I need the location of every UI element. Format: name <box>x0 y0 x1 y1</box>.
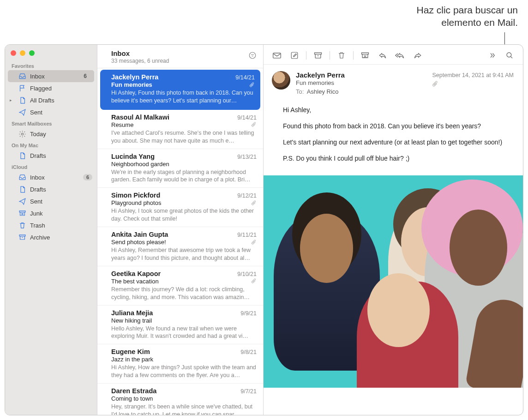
search-button[interactable] <box>502 49 517 61</box>
message-row[interactable]: Lucinda Yang9/13/21Neighborhood gardenWe… <box>97 149 263 188</box>
sidebar-item-label: Flagged <box>30 85 52 92</box>
message-body: Hi Ashley,Found this photo from back in … <box>264 97 523 172</box>
message-header: Jackelyn Perra Fun memories To: Ashley R… <box>264 65 523 97</box>
body-paragraph: Hi Ashley, <box>283 105 512 115</box>
reply-button[interactable] <box>375 49 390 61</box>
delete-button[interactable] <box>334 49 349 61</box>
send-icon <box>18 197 26 205</box>
header-date: September 14, 2021 at 9:41 AM <box>432 72 514 78</box>
message-sender: Geetika Kapoor <box>111 270 161 277</box>
archive-button[interactable] <box>310 49 326 61</box>
doc-icon <box>18 151 26 160</box>
message-subject: Playground photos <box>111 199 161 206</box>
message-sender: Juliana Mejia <box>111 309 153 317</box>
mail-window: FavoritesInbox6Flagged▸All DraftsSentSma… <box>5 44 523 415</box>
gear-icon <box>18 130 26 138</box>
count-badge: 6 <box>84 73 90 79</box>
body-paragraph: Let's start planning our next adventure … <box>283 138 512 147</box>
sidebar-item-trash[interactable]: Trash <box>5 219 97 231</box>
message-sender: Daren Estrada <box>111 387 156 395</box>
message-row[interactable]: Rasoul Al Malkawi9/14/21ResumeI've attac… <box>97 110 263 149</box>
junk-button[interactable] <box>357 49 373 61</box>
toolbar-separator <box>306 51 306 60</box>
message-row[interactable]: Simon Pickford9/12/21Playground photosHi… <box>97 188 263 227</box>
message-preview: Hi Ashley, Remember that awesome trip we… <box>111 246 257 262</box>
doc-icon <box>18 96 26 104</box>
message-row[interactable]: Geetika Kapoor9/10/21The best vacationRe… <box>97 266 263 306</box>
sidebar-item-label: Drafts <box>30 186 46 193</box>
sidebar-item-label: Today <box>30 131 46 138</box>
sidebar-item-label: Junk <box>30 210 42 217</box>
message-subject: New hiking trail <box>111 317 152 324</box>
message-date: 9/9/21 <box>240 310 257 317</box>
sidebar-item-inbox[interactable]: Inbox6 <box>5 171 97 183</box>
header-to: To: Ashley Rico <box>296 88 426 95</box>
sidebar-item-drafts[interactable]: Drafts <box>5 183 97 195</box>
message-row[interactable]: Ankita Jain Gupta9/11/21Send photos plea… <box>97 227 263 266</box>
message-row[interactable]: Juliana Mejia9/9/21New hiking trailHello… <box>97 306 263 345</box>
callout-line1: Haz clic para buscar un <box>333 4 518 16</box>
reply-all-button[interactable] <box>392 49 408 61</box>
message-date: 9/14/21 <box>237 114 257 121</box>
attached-photo[interactable] <box>264 175 523 388</box>
sidebar-item-inbox[interactable]: Inbox6 <box>8 70 94 82</box>
minimize-window-button[interactable] <box>20 50 25 56</box>
to-name: Ashley Rico <box>307 88 339 95</box>
compose-button[interactable] <box>287 49 302 61</box>
sidebar-item-today[interactable]: Today <box>5 128 97 140</box>
body-paragraph: Found this photo from back in 2018. Can … <box>283 121 512 131</box>
attachment-icon[interactable] <box>432 80 514 88</box>
header-subject: Fun memories <box>296 79 426 86</box>
to-label: To: <box>296 88 304 95</box>
close-window-button[interactable] <box>11 50 16 56</box>
forward-button[interactable] <box>410 49 426 61</box>
sidebar-section-header: iCloud <box>5 162 97 171</box>
sidebar-item-label: Sent <box>30 198 42 205</box>
sidebar-item-drafts[interactable]: Drafts <box>5 150 97 162</box>
sidebar-item-sent[interactable]: Sent <box>5 106 97 118</box>
junk-icon <box>18 209 26 217</box>
callout-line2: elemento en Mail. <box>333 16 518 29</box>
inbox-subtitle: 33 messages, 6 unread <box>111 58 169 64</box>
message-date: 9/13/21 <box>237 154 257 160</box>
svg-rect-4 <box>273 53 281 58</box>
inbox-icon <box>18 72 26 80</box>
sidebar-section-header: Smart Mailboxes <box>5 118 97 128</box>
sidebar-item-all-drafts[interactable]: ▸All Drafts <box>5 94 97 106</box>
paperclip-icon <box>251 121 257 128</box>
message-row[interactable]: Jackelyn Perra9/14/21Fun memoriesHi Ashl… <box>100 70 260 110</box>
message-preview: Hi Ashley, Found this photo from back in… <box>111 89 255 105</box>
trash-icon <box>18 221 26 229</box>
message-preview: We're in the early stages of planning a … <box>111 168 257 184</box>
mark-read-button[interactable] <box>269 49 285 61</box>
doc-icon <box>18 185 26 193</box>
fullscreen-window-button[interactable] <box>29 50 35 56</box>
message-content-pane: Jackelyn Perra Fun memories To: Ashley R… <box>264 45 523 415</box>
sidebar-item-sent[interactable]: Sent <box>5 195 97 207</box>
message-subject: The best vacation <box>111 278 159 285</box>
message-subject: Resume <box>111 121 133 128</box>
sidebar-item-flagged[interactable]: Flagged <box>5 82 97 94</box>
filter-icon[interactable] <box>248 51 257 60</box>
sidebar-item-label: Drafts <box>30 152 46 159</box>
message-preview: Remember this journey? We did a lot: roc… <box>111 286 257 301</box>
message-sender: Ankita Jain Gupta <box>111 231 168 238</box>
message-preview: Hello Ashley, We found a new trail when … <box>111 325 257 341</box>
message-sender: Lucinda Yang <box>111 153 155 160</box>
sidebar-item-label: Trash <box>30 222 45 229</box>
paperclip-icon <box>251 239 257 246</box>
message-date: 9/14/21 <box>235 74 255 81</box>
message-date: 9/8/21 <box>240 349 257 355</box>
sidebar-section-header: On My Mac <box>5 140 97 150</box>
sender-avatar <box>272 71 290 90</box>
svg-rect-7 <box>362 53 369 54</box>
sidebar-item-archive[interactable]: Archive <box>5 231 97 243</box>
message-date: 9/12/21 <box>237 192 257 199</box>
sidebar-item-junk[interactable]: Junk <box>5 207 97 219</box>
archive-icon <box>18 233 26 241</box>
disclosure-icon[interactable]: ▸ <box>10 98 12 102</box>
more-button[interactable] <box>484 49 500 61</box>
sidebar-item-label: Inbox <box>30 174 45 181</box>
message-row[interactable]: Daren Estrada9/7/21Coming to townHey, st… <box>97 384 263 415</box>
message-row[interactable]: Eugene Kim9/8/21Jazz in the parkHi Ashle… <box>97 344 263 384</box>
